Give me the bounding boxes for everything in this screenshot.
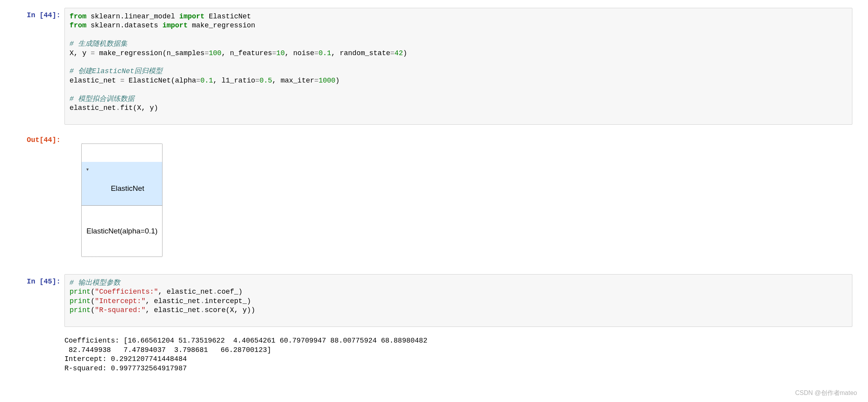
sklearn-repr-box[interactable]: ▾ ElasticNet ElasticNet(alpha=0.1) (81, 144, 163, 257)
sklearn-repr-title: ElasticNet (111, 184, 145, 192)
input-prompt-44: In [44]: (16, 8, 64, 125)
stdout-area-45: Coefficients: [16.66561204 51.73519622 4… (64, 335, 852, 373)
chevron-down-icon[interactable]: ▾ (86, 167, 89, 173)
sklearn-repr-body: ElasticNet(alpha=0.1) (82, 224, 162, 239)
input-prompt-45: In [45]: (16, 274, 64, 327)
code-cell-45: In [45]: # 输出模型参数 print("Coefficients:",… (16, 274, 852, 327)
code-cell-44: In [44]: from sklearn.linear_model impor… (16, 8, 852, 125)
code-area-45[interactable]: # 输出模型参数 print("Coefficients:", elastic_… (64, 274, 852, 327)
stdout-cell-45: Coefficients: [16.66561204 51.73519622 4… (16, 335, 852, 373)
empty-prompt (16, 335, 64, 373)
output-cell-44: Out[44]: ▾ ElasticNet ElasticNet(alpha=0… (16, 133, 852, 266)
output-prompt-44: Out[44]: (16, 133, 64, 266)
sklearn-repr-header[interactable]: ▾ ElasticNet (82, 162, 162, 206)
code-area-44[interactable]: from sklearn.linear_model import Elastic… (64, 8, 852, 125)
output-area-44: ▾ ElasticNet ElasticNet(alpha=0.1) (64, 133, 852, 266)
